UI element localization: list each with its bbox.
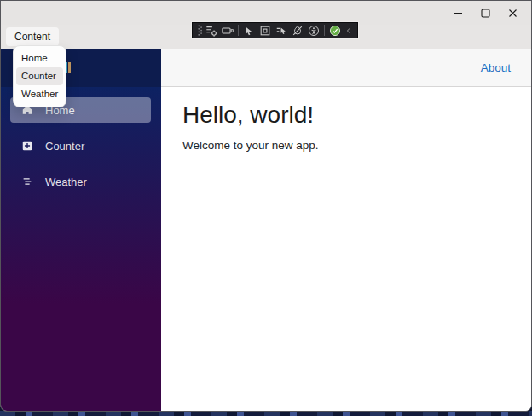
dropdown-item-home[interactable]: Home bbox=[16, 49, 63, 67]
window-controls bbox=[444, 1, 526, 25]
toolbar-separator bbox=[238, 25, 239, 36]
grip-handle-icon[interactable] bbox=[196, 23, 203, 38]
enable-selection-button[interactable] bbox=[241, 23, 257, 38]
sidebar-item-weather[interactable]: Weather bbox=[10, 169, 151, 194]
maximize-icon bbox=[481, 9, 490, 18]
dropdown-item-counter[interactable]: Counter bbox=[16, 67, 63, 85]
collapse-toolbar-button[interactable] bbox=[344, 23, 354, 38]
welcome-text: Welcome to your new app. bbox=[182, 139, 510, 152]
accessibility-checker-button[interactable] bbox=[306, 23, 321, 38]
app-content: Home Counter Weather bbox=[1, 49, 531, 412]
chevron-left-icon bbox=[344, 26, 353, 36]
selection-cursor-icon bbox=[243, 25, 255, 37]
hot-reload-status-button[interactable] bbox=[327, 23, 343, 38]
toolbar-separator bbox=[324, 25, 325, 36]
page-heading: Hello, world! bbox=[182, 101, 510, 129]
content-dropdown: Home Counter Weather bbox=[13, 45, 66, 107]
minimize-button[interactable] bbox=[444, 1, 471, 25]
xaml-live-preview-icon bbox=[222, 25, 234, 37]
track-focus-icon bbox=[275, 25, 287, 37]
maximize-button[interactable] bbox=[471, 1, 499, 25]
about-link[interactable]: About bbox=[481, 61, 511, 74]
track-focused-element-button[interactable] bbox=[274, 23, 289, 38]
top-row: About bbox=[161, 49, 531, 87]
hot-reload-disabled-button[interactable] bbox=[290, 23, 305, 38]
close-icon bbox=[508, 9, 518, 18]
app-window: Content Home bbox=[0, 0, 532, 412]
sidebar-item-label: Weather bbox=[45, 176, 87, 188]
main-area: About Hello, world! Welcome to your new … bbox=[161, 49, 531, 412]
desktop-background: Content Home bbox=[0, 0, 532, 416]
sidebar-item-label: Counter bbox=[45, 140, 84, 153]
sidebar-item-counter[interactable]: Counter bbox=[10, 133, 151, 159]
check-circle-icon bbox=[329, 25, 341, 37]
page-content: Hello, world! Welcome to your new app. bbox=[161, 87, 531, 166]
titlebar[interactable] bbox=[1, 1, 531, 25]
plus-square-icon bbox=[21, 140, 33, 152]
dropdown-item-weather[interactable]: Weather bbox=[16, 85, 63, 103]
close-button[interactable] bbox=[499, 1, 526, 25]
hot-reload-off-icon bbox=[292, 25, 304, 37]
minimize-icon bbox=[454, 9, 463, 18]
list-icon bbox=[21, 176, 33, 188]
layout-adorners-icon bbox=[259, 25, 271, 37]
display-layout-adorners-button[interactable] bbox=[257, 23, 273, 38]
xaml-live-preview-button[interactable] bbox=[220, 23, 235, 38]
live-visual-tree-button[interactable] bbox=[204, 23, 219, 38]
menu-item-content[interactable]: Content bbox=[6, 27, 59, 46]
brand-clipped-mark bbox=[68, 62, 71, 73]
debug-toolbar bbox=[192, 22, 358, 38]
live-visual-tree-icon bbox=[205, 25, 217, 37]
accessibility-icon bbox=[308, 25, 320, 37]
